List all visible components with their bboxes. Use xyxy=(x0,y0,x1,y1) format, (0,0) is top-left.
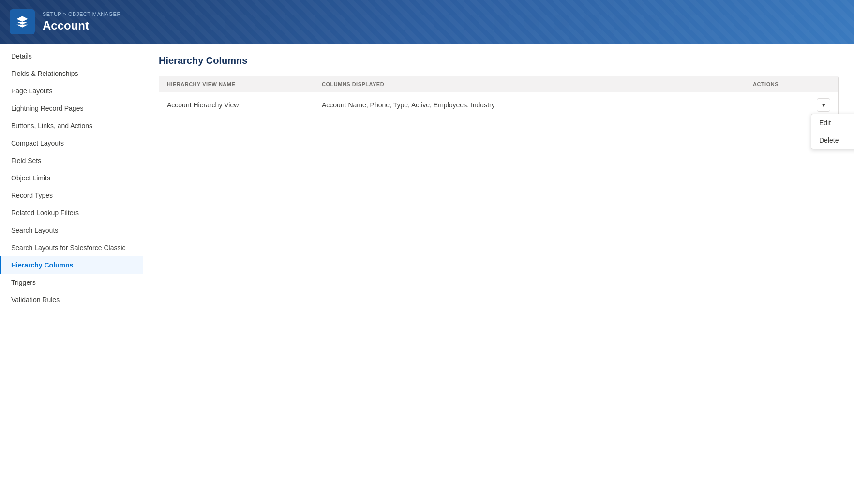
sidebar-item-label: Fields & Relationships xyxy=(11,70,78,77)
actions-dropdown-menu: Edit Delete undefined xyxy=(811,114,854,149)
sidebar-item-hierarchy-columns[interactable]: Hierarchy Columns xyxy=(0,256,143,274)
main-layout: Details Fields & Relationships Page Layo… xyxy=(0,44,854,504)
column-header-actions: ACTIONS xyxy=(753,81,830,87)
page-header: SETUP > OBJECT MANAGER Account xyxy=(0,0,854,44)
sidebar-item-object-limits[interactable]: Object Limits xyxy=(0,169,143,187)
sidebar-item-label: Details xyxy=(11,52,32,60)
column-header-hierarchy-view-name: HIERARCHY VIEW NAME xyxy=(167,81,322,87)
sidebar-item-details[interactable]: Details xyxy=(0,47,143,65)
table-row: Account Hierarchy View Account Name, Pho… xyxy=(159,92,838,118)
sidebar-item-label: Search Layouts for Salesforce Classic xyxy=(11,244,126,252)
sidebar-item-buttons-links-actions[interactable]: Buttons, Links, and Actions xyxy=(0,117,143,134)
sidebar-item-label: Search Layouts xyxy=(11,226,58,234)
sidebar-item-validation-rules[interactable]: Validation Rules xyxy=(0,291,143,309)
sidebar-item-label: Object Limits xyxy=(11,174,50,182)
sidebar-item-field-sets[interactable]: Field Sets xyxy=(0,152,143,169)
header-text: SETUP > OBJECT MANAGER Account xyxy=(43,11,121,32)
sidebar-item-label: Related Lookup Filters xyxy=(11,209,79,217)
sidebar-item-label: Field Sets xyxy=(11,157,41,164)
sidebar-item-compact-layouts[interactable]: Compact Layouts xyxy=(0,134,143,152)
content-area: Hierarchy Columns HIERARCHY VIEW NAME CO… xyxy=(143,44,854,504)
breadcrumb-object-manager: OBJECT MANAGER xyxy=(68,11,121,17)
sidebar-item-search-layouts-classic[interactable]: Search Layouts for Salesforce Classic xyxy=(0,239,143,256)
sidebar-item-related-lookup-filters[interactable]: Related Lookup Filters xyxy=(0,204,143,222)
sidebar-item-label: Compact Layouts xyxy=(11,139,64,147)
sidebar-item-label: Validation Rules xyxy=(11,296,60,304)
sidebar-item-triggers[interactable]: Triggers xyxy=(0,274,143,291)
hierarchy-columns-table: HIERARCHY VIEW NAME COLUMNS DISPLAYED AC… xyxy=(159,76,839,118)
cell-columns-displayed: Account Name, Phone, Type, Active, Emplo… xyxy=(322,101,753,109)
sidebar-item-label: Buttons, Links, and Actions xyxy=(11,122,92,130)
table-header: HIERARCHY VIEW NAME COLUMNS DISPLAYED AC… xyxy=(159,76,838,92)
layers-icon xyxy=(15,15,29,29)
dropdown-item-delete[interactable]: Delete undefined xyxy=(811,132,854,149)
object-icon xyxy=(10,9,35,34)
cell-actions: ▾ Edit Delete undefined xyxy=(753,98,830,112)
chevron-down-icon: ▾ xyxy=(822,102,825,109)
actions-dropdown-button[interactable]: ▾ xyxy=(817,98,830,112)
sidebar-item-label: Page Layouts xyxy=(11,87,53,95)
sidebar-item-label: Record Types xyxy=(11,192,53,199)
sidebar: Details Fields & Relationships Page Layo… xyxy=(0,44,143,504)
sidebar-item-fields-relationships[interactable]: Fields & Relationships xyxy=(0,65,143,82)
breadcrumb: SETUP > OBJECT MANAGER xyxy=(43,11,121,17)
sidebar-item-lightning-record-pages[interactable]: Lightning Record Pages xyxy=(0,100,143,117)
column-header-columns-displayed: COLUMNS DISPLAYED xyxy=(322,81,753,87)
breadcrumb-setup: SETUP xyxy=(43,11,61,17)
page-title: Account xyxy=(43,19,121,32)
content-title: Hierarchy Columns xyxy=(159,55,839,66)
sidebar-item-label: Hierarchy Columns xyxy=(11,261,73,269)
sidebar-item-search-layouts[interactable]: Search Layouts xyxy=(0,222,143,239)
cell-hierarchy-view-name: Account Hierarchy View xyxy=(167,101,322,109)
sidebar-item-page-layouts[interactable]: Page Layouts xyxy=(0,82,143,100)
sidebar-item-label: Lightning Record Pages xyxy=(11,104,83,112)
sidebar-item-record-types[interactable]: Record Types xyxy=(0,187,143,204)
breadcrumb-separator: > xyxy=(61,11,68,17)
dropdown-item-edit[interactable]: Edit xyxy=(811,114,854,132)
dropdown-item-delete-label: Delete xyxy=(819,136,839,144)
sidebar-item-label: Triggers xyxy=(11,279,36,286)
